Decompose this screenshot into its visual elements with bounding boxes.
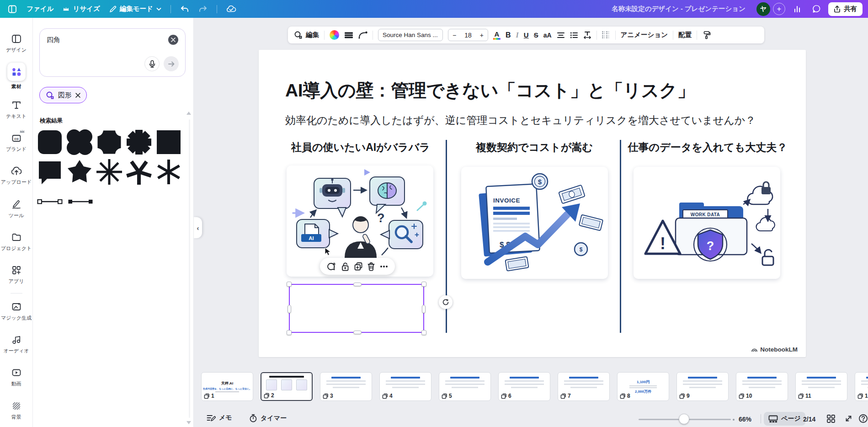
page-thumbnail[interactable]: 11 [795, 372, 847, 401]
page-thumbnail[interactable]: 2 [261, 372, 313, 401]
page-thumbnail[interactable]: 5 [439, 372, 491, 401]
text-case-button[interactable]: aA [543, 32, 552, 39]
position-button[interactable]: 配置 [678, 31, 692, 39]
shape-asterisk-6[interactable] [155, 159, 182, 185]
search-input[interactable]: 四角 [39, 28, 186, 77]
scroll-down-arrow[interactable] [186, 421, 191, 424]
redo-button[interactable] [198, 5, 208, 13]
timer-button[interactable]: タイマー [249, 414, 287, 422]
font-family-select[interactable]: Source Han Sans ... [378, 29, 443, 41]
save-status[interactable] [226, 5, 236, 13]
zoom-slider-knob[interactable] [679, 414, 689, 424]
sidebar-item-uploads[interactable]: アップロード [0, 159, 33, 192]
avatar[interactable]: ヤ [756, 2, 770, 16]
page-thumbnail[interactable]: 12 [855, 372, 868, 401]
grid-view-button[interactable] [826, 414, 836, 423]
column-heading-1[interactable]: 社員の使いたいAIがバラバラ [276, 140, 445, 155]
resize-handle-nw[interactable] [287, 282, 292, 287]
sidebar-item-text[interactable]: テキスト [0, 93, 33, 126]
resize-handle-s[interactable] [353, 331, 362, 334]
panel-scrollbar[interactable] [189, 119, 190, 418]
italic-button[interactable]: I [516, 31, 519, 39]
column-heading-2[interactable]: 複数契約でコストが嵩む [450, 140, 619, 155]
sidebar-item-background[interactable]: 背景 [0, 394, 33, 427]
duplicate-button[interactable] [354, 262, 363, 271]
illustration-rising-cost[interactable]: INVOICE $ $ $ $ [461, 167, 608, 279]
shape-star-5[interactable] [66, 159, 93, 185]
filter-chip-shapes[interactable]: 図形 [39, 87, 87, 103]
sidebar-item-tools[interactable]: ツール [0, 192, 33, 225]
sidebar-item-projects[interactable]: プロジェクト [0, 225, 33, 258]
clear-search-button[interactable] [168, 35, 178, 45]
voice-search-button[interactable] [144, 56, 160, 71]
panel-collapse-button[interactable]: ‹ [194, 217, 202, 238]
more-options-button[interactable] [380, 265, 388, 268]
edit-mode-menu[interactable]: 編集モード [109, 5, 161, 13]
page-thumbnail[interactable]: 9 [676, 372, 729, 401]
color-wheel-button[interactable] [330, 30, 339, 40]
shape-notched-square[interactable] [96, 129, 122, 155]
sidebar-item-design[interactable]: デザイン [0, 27, 33, 60]
line-style-button[interactable] [358, 31, 367, 39]
resize-handle-sw[interactable] [287, 330, 292, 335]
transparency-button[interactable] [602, 31, 610, 39]
font-size-increase[interactable]: + [480, 32, 484, 39]
file-menu[interactable]: ファイル [27, 5, 53, 13]
selected-element[interactable] [289, 284, 424, 333]
zoom-slider[interactable] [639, 417, 731, 421]
insights-button[interactable] [790, 2, 804, 16]
home-button[interactable] [7, 4, 17, 14]
animation-button[interactable]: アニメーション [621, 31, 668, 39]
shape-asterisk-8[interactable] [96, 159, 122, 185]
shape-speech-bubble[interactable] [37, 159, 63, 185]
shape-square[interactable] [155, 129, 182, 155]
text-color-button[interactable]: A [493, 31, 501, 40]
strikethrough-button[interactable]: S [534, 31, 538, 39]
resize-handle-e[interactable] [422, 305, 426, 313]
comments-button[interactable] [809, 2, 824, 16]
sidebar-item-apps[interactable]: アプリ [0, 258, 33, 291]
sidebar-item-audio[interactable]: オーディオ [0, 328, 33, 361]
sidebar-item-video[interactable]: 動画 [0, 361, 33, 394]
slide-canvas[interactable]: AI導入の壁：管理できない「コスト」と「リスク」 効率化のために導入したはずが、… [259, 50, 806, 357]
bold-button[interactable]: B [506, 31, 511, 39]
sidebar-item-magic[interactable]: マジック生成 [0, 295, 33, 328]
font-size-decrease[interactable]: − [453, 32, 456, 39]
help-button[interactable] [858, 414, 868, 423]
spacing-button[interactable] [583, 31, 591, 39]
shape-line-solid-ends[interactable] [67, 196, 94, 208]
page-thumbnail[interactable]: 10 [736, 372, 788, 401]
delete-button[interactable] [367, 262, 375, 271]
search-submit-button[interactable] [164, 56, 179, 71]
add-comment-button[interactable] [327, 262, 336, 271]
page-thumbnail[interactable]: 7 [558, 372, 610, 401]
document-title[interactable]: 名称未設定のデザイン - プレゼンテーション [612, 5, 746, 13]
edit-element-button[interactable]: 編集 [294, 31, 319, 39]
resize-menu[interactable]: リサイズ [63, 5, 100, 13]
page-thumbnail[interactable]: 1,100円2,000万件 8 [617, 372, 669, 401]
shape-burst-8[interactable] [126, 129, 152, 155]
rotate-handle[interactable] [439, 295, 453, 309]
resize-handle-se[interactable] [421, 330, 426, 335]
shape-asterisk-5[interactable] [126, 159, 152, 185]
slide-title[interactable]: AI導入の壁：管理できない「コスト」と「リスク」 [285, 78, 695, 103]
chip-close-icon[interactable] [75, 93, 80, 98]
share-button[interactable]: 共有 [828, 2, 863, 16]
list-button[interactable] [570, 32, 578, 38]
resize-handle-ne[interactable] [421, 282, 426, 287]
slide-subtitle[interactable]: 効率化のために導入したはずが、逆に管理コストとセキュリティリスクを増大させていま… [285, 113, 756, 128]
page-thumbnail[interactable]: 4 [379, 372, 431, 401]
page-thumbnail[interactable]: 3 [320, 372, 372, 401]
resize-handle-w[interactable] [288, 305, 291, 313]
column-heading-3[interactable]: 仕事のデータを入れても大丈夫？ [623, 140, 792, 155]
shape-wavy-square[interactable] [66, 129, 93, 155]
shape-rounded-square[interactable] [37, 129, 63, 155]
underline-button[interactable]: U [524, 31, 529, 39]
page-view-button[interactable]: ページ [764, 412, 805, 426]
page-thumbnail[interactable]: 6 [498, 372, 550, 401]
fullscreen-button[interactable] [844, 414, 853, 423]
copy-style-button[interactable] [702, 31, 711, 39]
page-thumbnail[interactable]: 天秤.AI生成AI活用を、もっと自由に、もっと安全に。 1 [201, 372, 253, 401]
alignment-button[interactable] [557, 32, 565, 38]
scroll-up-arrow[interactable] [186, 112, 191, 115]
